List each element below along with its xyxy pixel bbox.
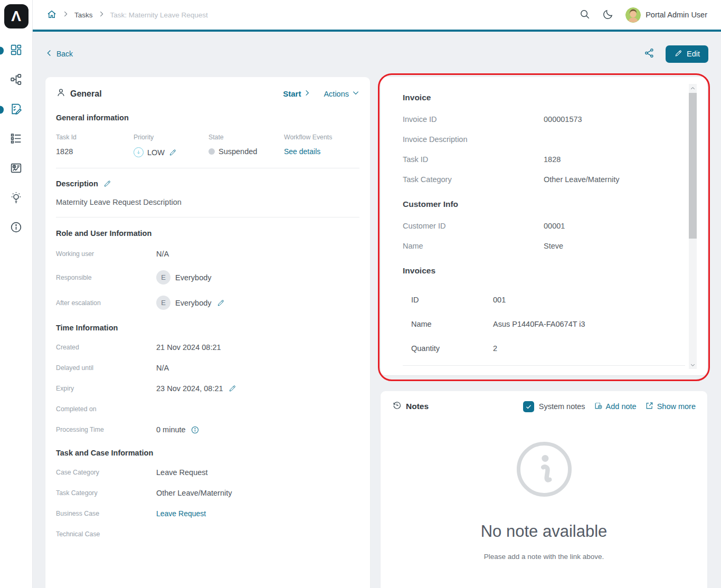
notes-tools: System notes Add note (523, 401, 696, 412)
field-task-category: Task Category Other Leave/Maternity (56, 488, 359, 498)
info-icon (10, 221, 23, 235)
show-more-button[interactable]: Show more (645, 401, 696, 412)
completed-on-value (156, 404, 359, 414)
description-heading: Description (56, 179, 359, 188)
field-label: ID (411, 296, 493, 304)
field-label: Case Category (56, 469, 156, 476)
invoice-id-value: 000001573 (544, 115, 685, 125)
notes-card: Notes System notes (381, 391, 707, 588)
field-item-id: ID 001 (411, 296, 685, 304)
user-menu[interactable]: Portal Admin User (625, 7, 707, 23)
app-logo[interactable]: Λ (4, 4, 29, 29)
scrollbar-thumb[interactable] (689, 93, 697, 239)
field-label: Created (56, 344, 156, 351)
scrollbar-track[interactable] (689, 92, 697, 361)
toolbar-actions: Edit (644, 45, 708, 63)
edit-label: Edit (687, 50, 700, 58)
divider (56, 217, 359, 217)
expiry-value: 23 Nov 2024, 08:21 (156, 384, 223, 393)
pencil-icon (674, 49, 682, 59)
cases-icon (10, 132, 23, 147)
add-note-icon (594, 401, 603, 412)
edit-expiry-pencil-icon[interactable] (228, 384, 236, 393)
content-columns: General Start Actions (45, 77, 708, 588)
field-invoice-id: Invoice ID 000001573 (403, 115, 685, 125)
priority-low-icon (134, 147, 144, 157)
scrollbar[interactable] (689, 84, 697, 369)
field-responsible: Responsible E Everybody (56, 270, 359, 284)
invoice-heading: Invoice (403, 93, 685, 102)
back-button[interactable]: Back (45, 49, 73, 59)
right-column: Invoice Invoice ID 000001573 Invoice Des… (381, 77, 707, 588)
system-notes-toggle[interactable]: System notes (523, 401, 585, 412)
sidebar-item-processes[interactable] (0, 65, 32, 95)
field-delayed-until: Delayed until N/A (56, 363, 359, 373)
see-details-link[interactable]: See details (284, 147, 320, 156)
sidebar-item-dashboard[interactable] (0, 36, 32, 65)
avatar (625, 7, 641, 23)
general-info-heading: General information (56, 113, 359, 122)
item-id-value: 001 (493, 296, 685, 304)
add-note-button[interactable]: Add note (594, 401, 637, 412)
main-content: Back Edit (33, 32, 721, 588)
sidebar-nav (0, 36, 32, 243)
field-created: Created 21 Nov 2024 08:21 (56, 342, 359, 353)
business-case-link[interactable]: Leave Request (156, 509, 206, 518)
invoice-panel-wrapper: Invoice Invoice ID 000001573 Invoice Des… (381, 77, 707, 375)
sidebar-item-tasks[interactable] (0, 95, 32, 125)
page-toolbar: Back Edit (45, 44, 708, 63)
field-label: Processing Time (56, 426, 156, 433)
edit-escalation-pencil-icon[interactable] (216, 299, 225, 307)
priority-value: LOW (147, 148, 165, 157)
chevron-down-icon (352, 89, 359, 98)
field-state: State Suspended (208, 134, 284, 157)
edit-description-pencil-icon[interactable] (103, 179, 111, 188)
empty-state-hint: Please add a note with the link above. (484, 553, 604, 561)
general-card-header: General Start Actions (56, 88, 359, 100)
big-info-icon (515, 440, 574, 499)
state-value: Suspended (219, 147, 257, 156)
technical-case-value (156, 529, 359, 539)
field-business-case: Business Case Leave Request (56, 508, 359, 519)
breadcrumb-tasks[interactable]: Tasks (74, 11, 93, 19)
dark-mode-moon-icon[interactable] (602, 8, 614, 22)
checkbox-checked-icon[interactable] (523, 401, 534, 412)
scroll-up-icon[interactable] (689, 84, 697, 92)
field-label: Technical Case (56, 530, 156, 538)
share-icon[interactable] (644, 48, 655, 60)
field-label: Completed on (56, 405, 156, 413)
notes-title: Notes (392, 401, 429, 412)
user-name: Portal Admin User (646, 11, 707, 19)
shell: Tasks Task: Maternity Leave Request P (33, 0, 721, 588)
empty-state-title: No note available (481, 522, 608, 541)
general-card-title: General (56, 88, 102, 100)
sidebar-item-about[interactable] (0, 213, 32, 243)
field-label: Invoice ID (403, 115, 544, 125)
chevron-right-icon (98, 11, 105, 19)
chevron-left-icon (45, 49, 53, 59)
edit-priority-pencil-icon[interactable] (168, 148, 177, 157)
notes-title-label: Notes (406, 402, 429, 411)
case-category-value: Leave Request (156, 467, 359, 478)
sidebar-item-ideas[interactable] (0, 184, 32, 213)
sidebar-item-cases[interactable] (0, 125, 32, 154)
chevron-right-icon (62, 11, 69, 19)
delayed-until-value: N/A (156, 363, 359, 373)
customer-info-heading: Customer Info (403, 200, 685, 209)
home-icon[interactable] (46, 9, 57, 21)
search-icon[interactable] (579, 8, 591, 22)
actions-menu-button[interactable]: Actions (324, 89, 359, 98)
field-item-name: Name Asus P1440FA-FA0674T i3 (411, 320, 685, 328)
processing-time-info-icon[interactable] (191, 425, 200, 434)
topbar: Tasks Task: Maternity Leave Request P (33, 0, 721, 32)
general-title-label: General (70, 89, 102, 99)
general-card: General Start Actions (45, 77, 370, 588)
invoice-task-id-value: 1828 (544, 155, 685, 165)
sidebar-item-statistics[interactable] (0, 154, 32, 184)
field-label: Task Category (403, 175, 544, 185)
scroll-down-icon[interactable] (689, 361, 697, 369)
start-button[interactable]: Start (283, 89, 311, 98)
responsible-value: Everybody (175, 273, 212, 282)
after-escalation-value: Everybody (175, 299, 212, 307)
edit-button[interactable]: Edit (666, 45, 708, 63)
